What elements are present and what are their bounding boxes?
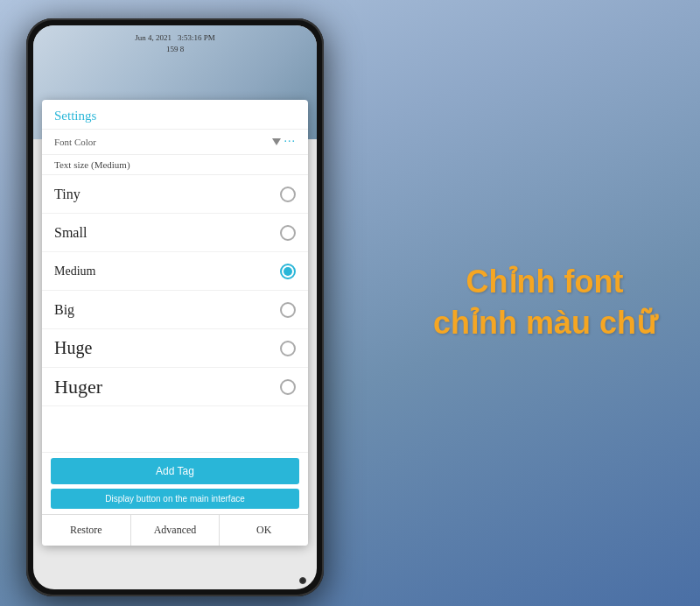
text-size-subheader: Text size (Medium) [42,155,308,175]
phone-container: Jun 4, 2021 3:53:16 PM 159 8 Settings Fo… [26,18,324,596]
option-big-label: Big [54,302,74,318]
option-medium[interactable]: Medium [42,252,308,291]
dots-icon: ··· [284,135,297,149]
option-huge-label: Huge [54,338,92,358]
settings-title: Settings [42,100,308,130]
option-huger[interactable]: Huger [42,368,308,406]
font-color-row: Font Color ··· [42,130,308,155]
phone-screen: Jun 4, 2021 3:53:16 PM 159 8 Settings Fo… [33,25,317,589]
restore-button[interactable]: Restore [42,515,131,546]
radio-medium-fill [284,267,292,276]
phone-body: Jun 4, 2021 3:53:16 PM 159 8 Settings Fo… [26,18,324,596]
annotation-text: Chỉnh font chỉnh màu chữ [433,262,656,344]
font-color-label: Font Color [54,137,96,147]
display-button[interactable]: Display button on the main interface [51,489,299,509]
option-small-label: Small [54,225,87,241]
radio-huger[interactable] [280,379,296,395]
option-big[interactable]: Big [42,291,308,329]
footer-actions: Restore Advanced OK [42,514,308,546]
triangle-icon [272,138,281,145]
radio-small[interactable] [280,225,296,241]
option-medium-label: Medium [54,264,95,278]
option-tiny-label: Tiny [54,187,80,202]
options-list: Tiny Small Medium [42,175,308,452]
ok-button[interactable]: OK [220,515,308,546]
add-tag-button[interactable]: Add Tag [51,458,299,484]
advanced-button[interactable]: Advanced [131,515,220,546]
annotation-area: Chỉnh font chỉnh màu chữ [433,262,656,344]
radio-big[interactable] [280,302,296,318]
radio-tiny[interactable] [280,187,296,202]
bottom-buttons: Add Tag Display button on the main inter… [42,452,308,514]
status-text: Jun 4, 2021 3:53:16 PM 159 8 [135,32,214,54]
status-bar: Jun 4, 2021 3:53:16 PM 159 8 [33,32,317,54]
option-huge[interactable]: Huge [42,329,308,368]
radio-medium[interactable] [280,264,296,279]
option-huger-label: Huger [54,376,102,398]
option-small[interactable]: Small [42,214,308,252]
radio-huge[interactable] [280,341,296,356]
settings-panel: Settings Font Color ··· Text size (Mediu… [42,100,308,546]
option-tiny[interactable]: Tiny [42,175,308,214]
phone-home-button[interactable] [299,577,306,584]
